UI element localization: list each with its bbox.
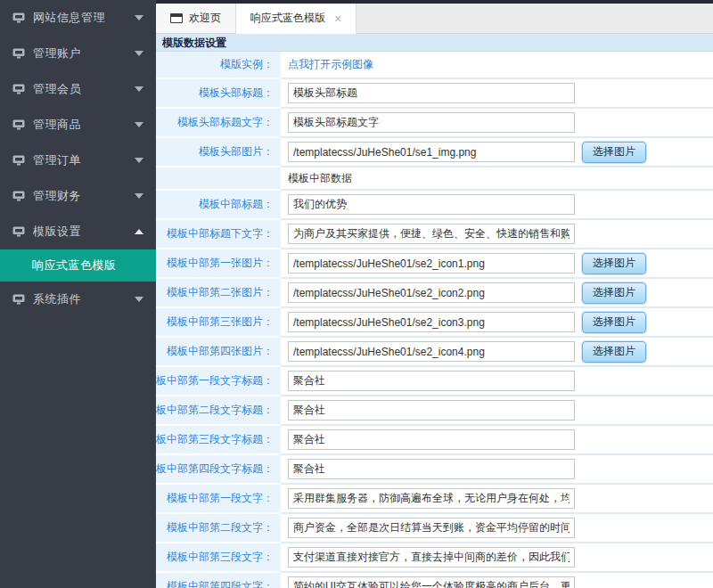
form-row: 模板中部第二段文字标题： [156, 396, 713, 426]
form-row: 模板头部图片：选择图片 [156, 138, 713, 167]
choose-image-button[interactable]: 选择图片 [582, 142, 646, 163]
monitor-icon [12, 155, 25, 166]
field-label: 模板头部图片： [199, 144, 274, 159]
sidebar-item[interactable]: 模版设置 [0, 214, 156, 249]
tab-label: 欢迎页 [189, 11, 221, 26]
field-input[interactable] [288, 576, 575, 588]
chevron-down-icon [135, 297, 143, 302]
field-value-cell: 选择图片 [281, 138, 713, 167]
field-label-cell [156, 167, 281, 191]
main-content: 欢迎页响应式蓝色模版× 模版数据设置 模版实例：点我打开示例图像模板头部标题：模… [156, 0, 713, 588]
tab-active[interactable]: 响应式蓝色模版× [236, 4, 356, 34]
field-input[interactable] [288, 341, 575, 362]
field-label-cell: 模板头部图片： [156, 138, 281, 167]
field-label-cell: 模板中部第二段文字： [156, 514, 281, 543]
sidebar-item[interactable]: 管理商品 [0, 107, 156, 143]
section-title: 模版数据设置 [162, 37, 226, 49]
form-row: 模板中部标题： [156, 191, 713, 220]
chevron-down-icon [135, 193, 143, 199]
field-input[interactable] [288, 312, 575, 332]
choose-image-button[interactable]: 选择图片 [582, 341, 646, 363]
field-input[interactable] [288, 83, 575, 103]
sidebar-item[interactable]: 管理财务 [0, 178, 156, 214]
field-value-cell [281, 109, 713, 138]
sidebar-item-label: 系统插件 [33, 291, 135, 307]
field-value-cell: 模板中部数据 [281, 167, 713, 191]
form-row: 模板中部第一张图片：选择图片 [156, 249, 713, 279]
form-row: 模板中部第三段文字： [156, 543, 713, 573]
field-value-cell [281, 396, 713, 426]
sidebar-item-label: 网站信息管理 [33, 10, 135, 26]
field-value-cell: 选择图片 [281, 338, 713, 367]
field-input[interactable] [288, 282, 575, 303]
field-input[interactable] [288, 459, 575, 479]
form-row: 模板中部第四张图片：选择图片 [156, 338, 713, 367]
field-value-cell [281, 79, 713, 109]
field-label-cell: 模板中部标题： [156, 191, 281, 220]
example-image-link[interactable]: 点我打开示例图像 [288, 57, 373, 72]
chevron-down-icon [135, 15, 143, 20]
field-label-cell: 模版实例： [156, 52, 281, 79]
field-label-cell: 模板中部标题下文字： [156, 220, 281, 249]
form-row: 模板中部第四段文字： [156, 573, 713, 588]
form-row: 模板中部第一段文字标题： [156, 367, 713, 396]
monitor-icon [12, 294, 25, 305]
chevron-down-icon [135, 122, 143, 127]
field-label-cell: 模板中部第一张图片： [156, 249, 281, 279]
close-icon[interactable]: × [334, 12, 341, 25]
choose-image-button[interactable]: 选择图片 [582, 253, 646, 274]
choose-image-button[interactable]: 选择图片 [582, 312, 646, 333]
field-input[interactable] [288, 547, 575, 568]
sidebar-item-label: 管理会员 [33, 81, 135, 97]
field-value-cell: 点我打开示例图像 [281, 52, 713, 79]
field-value-cell: 选择图片 [281, 249, 713, 279]
field-label: 模版实例： [220, 57, 274, 72]
field-input[interactable] [288, 224, 575, 244]
form-row: 模板中部标题下文字： [156, 220, 713, 249]
sidebar-item[interactable]: 管理账户 [0, 36, 156, 71]
field-input[interactable] [288, 253, 575, 274]
field-input[interactable] [288, 400, 575, 421]
field-value-cell: 选择图片 [281, 279, 713, 308]
form-row: 模板中部第二张图片：选择图片 [156, 279, 713, 308]
section-header: 模版数据设置 [156, 34, 713, 52]
sidebar-subitem-active[interactable]: 响应式蓝色模版 [0, 249, 156, 282]
window-icon [170, 13, 183, 23]
sidebar-item[interactable]: 系统插件 [0, 282, 156, 317]
field-value-cell [281, 220, 713, 249]
field-input[interactable] [288, 488, 575, 509]
field-label: 模板中部第二段文字： [167, 520, 274, 535]
sidebar-item-label: 管理账户 [33, 45, 135, 61]
field-label: 模板中部第三段文字标题： [156, 432, 274, 447]
form-row: 模版实例：点我打开示例图像 [156, 52, 713, 79]
form-row: 模板中部第二段文字： [156, 514, 713, 543]
sidebar-item-label: 管理财务 [33, 188, 135, 204]
app-window: 网站信息管理管理账户管理会员管理商品管理订单管理财务模版设置响应式蓝色模版系统插… [0, 0, 713, 588]
field-input[interactable] [288, 112, 575, 133]
form-row: 模板头部标题： [156, 79, 713, 109]
monitor-icon [12, 191, 25, 201]
field-label-cell: 模板中部第四段文字标题： [156, 455, 281, 485]
sidebar-item-label: 管理订单 [33, 152, 135, 168]
field-label-cell: 模板中部第二张图片： [156, 279, 281, 308]
field-input[interactable] [288, 371, 575, 391]
field-label: 模板中部第四段文字标题： [156, 461, 274, 477]
tab[interactable]: 欢迎页 [156, 4, 236, 33]
choose-image-button[interactable]: 选择图片 [582, 282, 646, 304]
field-label: 模板中部标题下文字： [167, 226, 274, 241]
field-label: 模板中部第一张图片： [167, 256, 274, 271]
monitor-icon [12, 84, 25, 94]
field-input[interactable] [288, 194, 575, 215]
field-value-cell [281, 485, 713, 514]
field-value-cell [281, 514, 713, 543]
sidebar-item[interactable]: 管理会员 [0, 71, 156, 107]
chevron-down-icon [135, 86, 143, 92]
sidebar-item[interactable]: 网站信息管理 [0, 0, 156, 36]
field-input[interactable] [288, 518, 575, 538]
field-input[interactable] [288, 429, 575, 450]
form-row: 模板头部标题文字： [156, 109, 713, 138]
field-label-cell: 模板中部第三张图片： [156, 308, 281, 338]
field-label-cell: 模板中部第四段文字： [156, 573, 281, 588]
field-input[interactable] [288, 142, 575, 162]
sidebar-item[interactable]: 管理订单 [0, 143, 156, 178]
